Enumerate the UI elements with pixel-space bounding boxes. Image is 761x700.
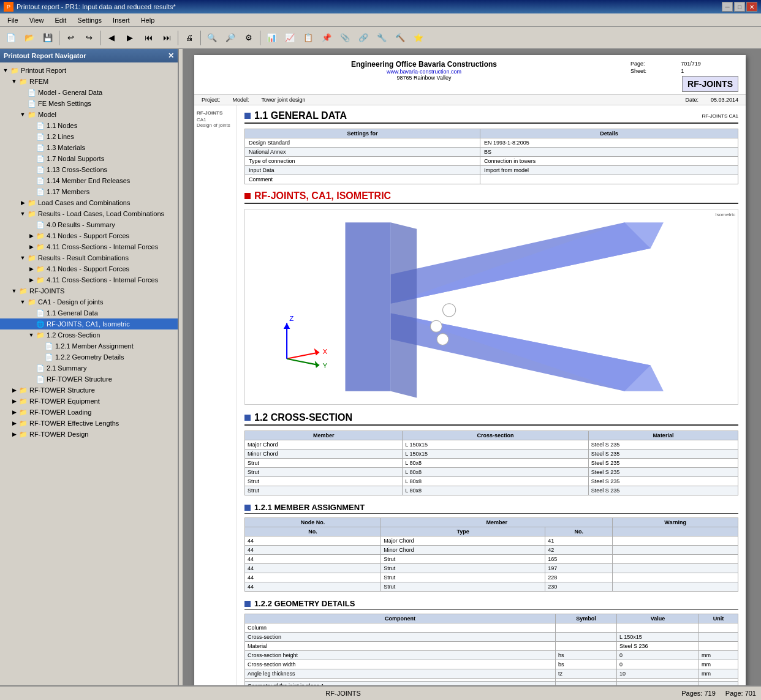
first-button[interactable]: ⏮ <box>140 29 157 47</box>
tree-label: 1.14 Member End Releases <box>47 177 130 184</box>
member-cell: Strut <box>245 468 403 477</box>
toggle-icon: ▼ <box>18 209 27 218</box>
settings-col-header: Settings for <box>245 129 480 138</box>
menu-file[interactable]: File <box>2 15 23 25</box>
tree-item-model[interactable]: ▼ 📁 Model <box>0 109 178 120</box>
tree-item-rf-tower-equipment[interactable]: ▶ 📁 RF-TOWER Equipment <box>0 396 178 407</box>
separator3 <box>178 31 178 45</box>
zoom-in-button[interactable]: 🔎 <box>222 29 239 47</box>
member-cell: Minor Chord <box>245 450 403 459</box>
tree-item-rc-411-cs[interactable]: ▶ 📁 4.11 Cross-Sections - Internal Force… <box>0 274 178 285</box>
tree-label: FE Mesh Settings <box>38 100 91 107</box>
toolbar-btn-extra9[interactable]: ⭐ <box>410 29 427 47</box>
project-label: Project: <box>202 97 221 103</box>
toolbar-btn-extra4[interactable]: 📌 <box>318 29 335 47</box>
tree-item-rf-tower-effective[interactable]: ▶ 📁 RF-TOWER Effective Lengths <box>0 418 178 429</box>
tree-item-load-cases[interactable]: ▶ 📁 Load Cases and Combinations <box>0 197 178 208</box>
menu-settings[interactable]: Settings <box>72 15 107 25</box>
main-area: Printout Report Navigator ✕ ▼ 📁 Printout… <box>0 49 761 685</box>
navigator-close-button[interactable]: ✕ <box>168 51 174 60</box>
warning-cell <box>613 546 738 555</box>
close-button[interactable]: ✕ <box>746 2 757 12</box>
content-area[interactable]: Engineering Office Bavaria Constructions… <box>179 49 761 685</box>
menu-view[interactable]: View <box>25 15 49 25</box>
tree-item-121-member[interactable]: 📄 1.2.1 Member Assignment <box>0 341 178 352</box>
toolbar-btn-extra1[interactable]: 📊 <box>263 29 280 47</box>
doc-icon: 📄 <box>36 374 45 384</box>
last-button[interactable]: ⏭ <box>158 29 175 47</box>
tree-item-rc-41-nodes[interactable]: ▶ 📁 4.1 Nodes - Support Forces <box>0 263 178 274</box>
tree-label: Results - Result Combinations <box>38 254 129 262</box>
tree-item-materials[interactable]: 📄 1.3 Materials <box>0 142 178 153</box>
minimize-button[interactable]: ─ <box>722 2 733 12</box>
tree-label: 2.1 Summary <box>47 364 86 372</box>
tree-item-411-cross-sections[interactable]: ▶ 📁 4.11 Cross-Sections - Internal Force… <box>0 241 178 252</box>
tree-item-member-end-releases[interactable]: 📄 1.14 Member End Releases <box>0 175 178 186</box>
new-button[interactable]: 📄 <box>2 29 20 47</box>
tree-label: Printout Report <box>21 67 66 74</box>
undo-button[interactable]: ↩ <box>62 29 79 47</box>
tree-item-fe-mesh[interactable]: 📄 FE Mesh Settings <box>0 98 178 109</box>
menu-help[interactable]: Help <box>136 15 160 25</box>
section-ma-title: 1.2.1 MEMBER ASSIGNMENT <box>244 503 738 514</box>
tree-item-rf-joints-iso[interactable]: 🌐 RF-JOINTS, CA1, Isometric <box>0 318 178 329</box>
ma-col-member: Member <box>381 518 613 527</box>
node-cell: 44 <box>245 546 381 555</box>
tree-item-rf-joints[interactable]: ▼ 📁 RF-JOINTS <box>0 285 178 296</box>
tree-item-cross-sections[interactable]: 📄 1.13 Cross-Sections <box>0 164 178 175</box>
tree-item-rf-tower-loading[interactable]: ▶ 📁 RF-TOWER Loading <box>0 407 178 418</box>
tree-item-results-rc[interactable]: ▼ 📁 Results - Result Combinations <box>0 252 178 263</box>
toolbar-btn-extra7[interactable]: 🔧 <box>373 29 390 47</box>
folder-icon: 📁 <box>36 330 45 340</box>
unit-cell <box>699 682 738 686</box>
forward-button[interactable]: ▶ <box>121 29 138 47</box>
table-row: StrutL 80x8Steel S 235 <box>245 459 738 468</box>
section-title-text: 1.1 GENERAL DATA <box>254 110 347 121</box>
title-bar: P Printout report - PR1: Input data and … <box>0 0 761 13</box>
toolbar-btn-extra6[interactable]: 🔗 <box>355 29 372 47</box>
redo-button[interactable]: ↪ <box>80 29 97 47</box>
toolbar-btn-extra3[interactable]: 📋 <box>300 29 317 47</box>
table-row: StrutL 80x8Steel S 235 <box>245 477 738 486</box>
tree-item-13-loading[interactable]: 📄 2.1 Summary <box>0 363 178 374</box>
tree-item-nodal-supports[interactable]: 📄 1.7 Nodal Supports <box>0 153 178 164</box>
material-cell: Steel S 235 <box>588 459 738 468</box>
tree-item-lines[interactable]: 📄 1.2 Lines <box>0 131 178 142</box>
tree-label: 4.1 Nodes - Support Forces <box>47 265 129 273</box>
tree-item-members[interactable]: 📄 1.17 Members <box>0 186 178 197</box>
menu-insert[interactable]: Insert <box>108 15 135 25</box>
tree-item-rfem[interactable]: ▼ 📁 RFEM <box>0 76 178 87</box>
tree-item-11-general[interactable]: 📄 1.1 General Data <box>0 307 178 318</box>
search-button[interactable]: 🔍 <box>203 29 221 47</box>
toolbar-btn-extra2[interactable]: 📈 <box>281 29 298 47</box>
tree-item-rf-tower-design[interactable]: ▶ 📁 RF-TOWER Design <box>0 429 178 440</box>
toolbar-btn-extra8[interactable]: 🔨 <box>392 29 409 47</box>
tree-item-40-results[interactable]: 📄 4.0 Results - Summary <box>0 219 178 230</box>
tree-item-41-nodes[interactable]: ▶ 📁 4.1 Nodes - Support Forces <box>0 230 178 241</box>
doc-icon: 📄 <box>36 165 45 175</box>
tree-item-nodes[interactable]: 📄 1.1 Nodes <box>0 120 178 131</box>
node-cell: 44 <box>245 573 381 582</box>
open-button[interactable]: 📂 <box>21 29 38 47</box>
tree-item-21-summary[interactable]: 📄 RF-TOWER Structure <box>0 374 178 385</box>
save-button[interactable]: 💾 <box>39 29 56 47</box>
tree-item-printout-report[interactable]: ▼ 📁 Printout Report <box>0 65 178 76</box>
tree-item-results-lc[interactable]: ▼ 📁 Results - Load Cases, Load Combinati… <box>0 208 178 219</box>
component-cell: Cross-section height <box>245 651 556 660</box>
table-row: Cross-section widthbs0mm <box>245 660 738 669</box>
tree-item-12-cross-section[interactable]: ▼ 📁 1.2 Cross-Section <box>0 329 178 341</box>
back-button[interactable]: ◀ <box>103 29 120 47</box>
maximize-button[interactable]: □ <box>734 2 745 12</box>
menu-edit[interactable]: Edit <box>50 15 71 25</box>
unit-cell: mm <box>699 669 738 679</box>
tree-item-ca1[interactable]: ▼ 📁 CA1 - Design of joints <box>0 296 178 307</box>
component-cell: Angle leg thickness <box>245 669 556 679</box>
tree-item-model-general[interactable]: 📄 Model - General Data <box>0 87 178 98</box>
tree-item-122-geometry[interactable]: 📄 1.2.2 Geometry Details <box>0 352 178 363</box>
settings-button[interactable]: ⚙ <box>240 29 257 47</box>
tree-item-rf-tower-structure[interactable]: ▶ 📁 RF-TOWER Structure <box>0 385 178 396</box>
toggle-icon: ▼ <box>10 77 18 86</box>
print-button[interactable]: 🖨 <box>181 29 198 47</box>
section-iso-text: RF-JOINTS, CA1, ISOMETRIC <box>254 190 391 201</box>
toolbar-btn-extra5[interactable]: 📎 <box>336 29 354 47</box>
